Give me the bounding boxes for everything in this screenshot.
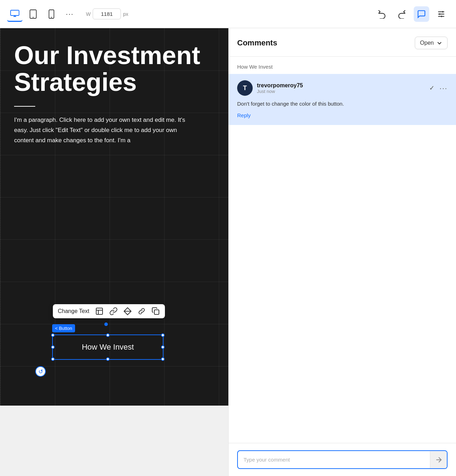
comments-panel-button[interactable] — [414, 6, 429, 22]
comment-card: T trevorpomeroy75 Just now ✓ ··· Don't f… — [229, 74, 456, 125]
handle-ml[interactable] — [51, 345, 55, 349]
svg-rect-14 — [96, 308, 103, 314]
comment-time: Just now — [257, 89, 425, 94]
rotate-handle[interactable]: ↺ — [35, 366, 46, 377]
svg-point-7 — [51, 17, 52, 17]
width-input[interactable] — [93, 8, 121, 19]
handle-mr[interactable] — [161, 345, 165, 349]
width-label: W — [86, 11, 91, 17]
resolve-check-icon[interactable]: ✓ — [429, 84, 435, 92]
more-options-button[interactable]: ··· — [62, 6, 78, 22]
status-dropdown[interactable]: Open — [415, 37, 448, 49]
width-unit: px — [123, 11, 128, 17]
comment-input[interactable] — [238, 451, 430, 468]
handle-bl[interactable] — [51, 357, 55, 361]
main-area: Our Investment Strategies I'm a paragrap… — [0, 28, 456, 476]
status-selected: Open — [420, 40, 434, 46]
canvas-area: Our Investment Strategies I'm a paragrap… — [0, 28, 228, 476]
paragraph-text: I'm a paragraph. Click here to add your … — [14, 115, 187, 146]
redo-button[interactable] — [394, 6, 409, 22]
toolbar: ··· W px — [0, 0, 456, 28]
comment-meta: trevorpomeroy75 Just now — [257, 82, 425, 94]
change-text-button[interactable]: Change Text — [58, 308, 90, 314]
toolbar-right — [374, 6, 449, 22]
avatar: T — [237, 80, 253, 96]
light-section — [0, 406, 228, 476]
handle-tl[interactable] — [51, 333, 55, 337]
tablet-icon[interactable] — [25, 6, 41, 22]
dark-section: Our Investment Strategies I'm a paragrap… — [0, 28, 228, 406]
link-icon[interactable] — [109, 307, 118, 315]
layout-icon[interactable] — [95, 307, 104, 315]
chevron-down-icon — [437, 40, 442, 46]
comment-actions: ✓ ··· — [429, 84, 448, 92]
undo-button[interactable] — [374, 6, 390, 22]
svg-rect-0 — [11, 10, 19, 15]
selected-button[interactable]: How We Invest ↺ — [52, 334, 164, 360]
button-tag[interactable]: < Button — [52, 324, 75, 332]
reply-button[interactable]: Reply — [237, 112, 251, 118]
button-selected-area: < Button How We Invest ↺ — [52, 324, 164, 360]
settings-button[interactable] — [433, 6, 449, 22]
send-icon — [435, 456, 442, 463]
panel-title: Comments — [237, 38, 277, 48]
svg-rect-18 — [154, 310, 159, 314]
divider-line — [14, 106, 35, 107]
panel-body: How We Invest T trevorpomeroy75 Just now… — [229, 57, 456, 443]
handle-br[interactable] — [161, 357, 165, 361]
handle-bm[interactable] — [106, 357, 110, 361]
copy-icon[interactable] — [152, 307, 160, 315]
svg-point-5 — [33, 17, 33, 17]
chain-icon[interactable] — [137, 307, 146, 315]
comment-input-wrapper — [237, 450, 448, 469]
button-text: How We Invest — [82, 343, 134, 352]
floating-toolbar: Change Text — [53, 304, 165, 318]
right-panel: Comments Open How We Invest T trevorpome… — [228, 28, 456, 476]
handle-tm[interactable] — [106, 333, 110, 337]
mobile-icon[interactable] — [44, 6, 59, 22]
connect-handle[interactable] — [104, 322, 108, 326]
comment-body: Don't forget to change the color of this… — [237, 100, 448, 108]
comment-header: T trevorpomeroy75 Just now ✓ ··· — [237, 80, 448, 96]
toolbar-left: ··· W px — [7, 6, 128, 22]
comment-more-button[interactable]: ··· — [439, 84, 448, 92]
desktop-icon[interactable] — [7, 6, 23, 22]
comment-author: trevorpomeroy75 — [257, 82, 425, 89]
handle-tr[interactable] — [161, 333, 165, 337]
button-tag-label: < Button — [55, 326, 72, 331]
diamond-icon[interactable] — [123, 307, 132, 315]
comment-input-area — [229, 443, 456, 476]
page-heading: Our Investment Strategies — [14, 42, 214, 95]
width-control: W px — [86, 8, 128, 19]
send-comment-button[interactable] — [430, 451, 447, 468]
panel-header: Comments Open — [229, 28, 456, 57]
comment-section-label: How We Invest — [229, 57, 456, 74]
